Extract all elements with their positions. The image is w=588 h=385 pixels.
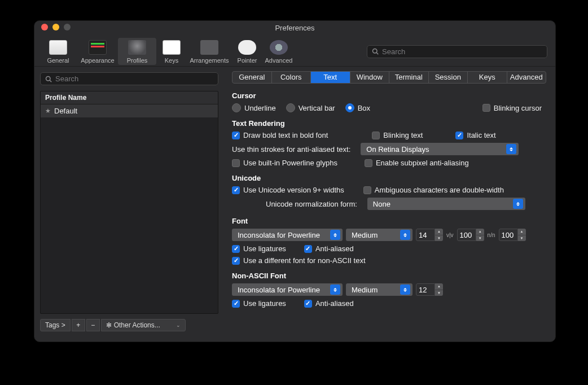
arrangements-icon	[200, 40, 218, 55]
tab-keys[interactable]: Keys	[468, 72, 507, 83]
diff-font-check[interactable]: Use a different font for non-ASCII text	[232, 256, 366, 265]
profile-table: Profile Name ★ Default	[40, 91, 218, 314]
nonascii-ligatures-check[interactable]: Use ligatures	[232, 299, 286, 308]
chevron-updown-icon	[330, 285, 340, 295]
advanced-icon	[270, 40, 288, 55]
hspace-input[interactable]	[457, 229, 476, 241]
chevron-up-icon[interactable]: ▲	[435, 283, 443, 290]
vspace-input[interactable]	[499, 229, 518, 241]
chevron-down-icon[interactable]: ▼	[518, 235, 526, 242]
section-font: Font Inconsolata for Powerline Medium ▲▼…	[232, 217, 542, 265]
toolbar-search-input[interactable]	[382, 47, 542, 56]
toolbar-item-arrangements[interactable]: Arrangements	[187, 38, 232, 65]
blinking-text-check[interactable]: Blinking text	[372, 131, 423, 139]
aa-check[interactable]: Anti-aliased	[304, 244, 354, 253]
nonascii-family-select[interactable]: Inconsolata for Powerline	[232, 283, 343, 296]
nonascii-size-stepper[interactable]: ▲▼	[416, 283, 443, 296]
hspace-stepper[interactable]: ▲▼	[457, 229, 484, 241]
other-actions-button[interactable]: ✻ Other Actions... ⌄	[101, 319, 186, 331]
subpixel-check[interactable]: Enable subpixel anti-aliasing	[365, 159, 469, 167]
profile-row-default[interactable]: ★ Default	[41, 104, 218, 117]
chevron-updown-icon	[330, 230, 340, 240]
window-title: Preferences	[275, 24, 314, 32]
profile-search[interactable]	[40, 72, 218, 85]
toolbar-item-profiles[interactable]: Profiles	[118, 38, 156, 65]
font-weight-select[interactable]: Medium	[346, 229, 413, 241]
tab-advanced[interactable]: Advanced	[507, 72, 546, 83]
chevron-updown-icon	[400, 285, 410, 295]
svg-point-2	[46, 76, 51, 81]
norm-select[interactable]: None	[367, 198, 525, 210]
pointer-icon	[238, 40, 256, 55]
norm-label: Unicode normalization form:	[266, 200, 357, 208]
toolbar-item-pointer[interactable]: Pointer	[233, 38, 261, 65]
vspace-stepper[interactable]: ▲▼	[499, 229, 526, 241]
settings-pane: Cursor Underline Vertical bar Box Blinki…	[224, 89, 550, 332]
tab-terminal[interactable]: Terminal	[389, 72, 429, 83]
cursor-underline-radio[interactable]: Underline	[232, 103, 276, 112]
tab-colors[interactable]: Colors	[272, 72, 311, 83]
general-icon	[49, 40, 67, 55]
chevron-up-icon[interactable]: ▲	[476, 229, 484, 235]
chevron-up-icon[interactable]: ▲	[435, 229, 443, 235]
chevron-down-icon[interactable]: ▼	[476, 235, 484, 242]
profiles-icon	[128, 40, 146, 55]
blinking-cursor-check[interactable]: Blinking cursor	[482, 104, 542, 112]
toolbar-search[interactable]	[367, 45, 547, 58]
preferences-window: Preferences General Appearance Profiles …	[34, 20, 556, 342]
window-controls	[41, 24, 71, 30]
chevron-down-icon[interactable]: ▼	[435, 235, 443, 242]
nonascii-aa-check[interactable]: Anti-aliased	[304, 299, 354, 308]
minimize-icon[interactable]	[52, 24, 59, 30]
cursor-vertical-radio[interactable]: Vertical bar	[286, 103, 335, 112]
content: General Colors Text Window Terminal Sess…	[224, 67, 555, 338]
tags-button[interactable]: Tags >	[40, 319, 71, 331]
section-rendering: Text Rendering Draw bold text in bold fo…	[232, 119, 542, 167]
tab-general[interactable]: General	[232, 72, 272, 83]
chevron-updown-icon	[400, 230, 410, 240]
chevron-updown-icon	[506, 144, 516, 154]
bold-check[interactable]: Draw bold text in bold font	[232, 131, 328, 139]
toolbar-item-advanced[interactable]: Advanced	[262, 38, 295, 65]
nonascii-size-input[interactable]	[416, 283, 435, 296]
cursor-heading: Cursor	[232, 91, 542, 100]
nonascii-weight-select[interactable]: Medium	[346, 283, 413, 296]
search-icon	[45, 76, 52, 82]
font-size-input[interactable]	[416, 229, 435, 241]
chevron-up-icon[interactable]: ▲	[518, 229, 526, 235]
section-cursor: Cursor Underline Vertical bar Box Blinki…	[232, 91, 542, 112]
tab-text[interactable]: Text	[311, 72, 350, 83]
ambiguous-check[interactable]: Ambiguous characters are double-width	[363, 186, 504, 194]
font-size-stepper[interactable]: ▲▼	[416, 229, 443, 241]
profile-row-label: Default	[54, 107, 77, 115]
section-unicode: Unicode Use Unicode version 9+ widths Am…	[232, 174, 542, 210]
svg-point-0	[373, 49, 378, 54]
titlebar: Preferences	[34, 21, 555, 34]
toolbar-item-appearance[interactable]: Appearance	[78, 38, 117, 65]
thin-strokes-select[interactable]: On Retina Displays	[361, 143, 519, 155]
tab-session[interactable]: Session	[429, 72, 468, 83]
powerline-check[interactable]: Use built-in Powerline glyphs	[232, 159, 337, 167]
remove-profile-button[interactable]: −	[86, 319, 100, 331]
sidebar: Profile Name ★ Default Tags > + − ✻ Othe…	[34, 67, 224, 338]
tab-window[interactable]: Window	[350, 72, 390, 83]
profile-bottombar: Tags > + − ✻ Other Actions... ⌄	[40, 318, 218, 332]
unicode-v9-check[interactable]: Use Unicode version 9+ widths	[232, 186, 344, 194]
chevron-down-icon[interactable]: ▼	[435, 290, 443, 296]
font-family-select[interactable]: Inconsolata for Powerline	[232, 229, 343, 241]
hspace-icon: v|v	[446, 232, 454, 238]
rendering-heading: Text Rendering	[232, 119, 542, 128]
svg-line-1	[376, 53, 378, 54]
italic-check[interactable]: Italic text	[455, 131, 495, 139]
toolbar-item-keys[interactable]: Keys	[157, 38, 186, 65]
zoom-icon[interactable]	[64, 24, 71, 30]
profile-search-input[interactable]	[55, 75, 213, 83]
vspace-icon: n/n	[488, 232, 495, 238]
toolbar-item-general[interactable]: General	[39, 38, 77, 65]
keys-icon	[163, 40, 181, 55]
ligatures-check[interactable]: Use ligatures	[232, 244, 286, 253]
close-icon[interactable]	[41, 24, 48, 30]
cursor-box-radio[interactable]: Box	[345, 103, 370, 112]
svg-line-3	[50, 80, 51, 82]
add-profile-button[interactable]: +	[72, 319, 85, 331]
